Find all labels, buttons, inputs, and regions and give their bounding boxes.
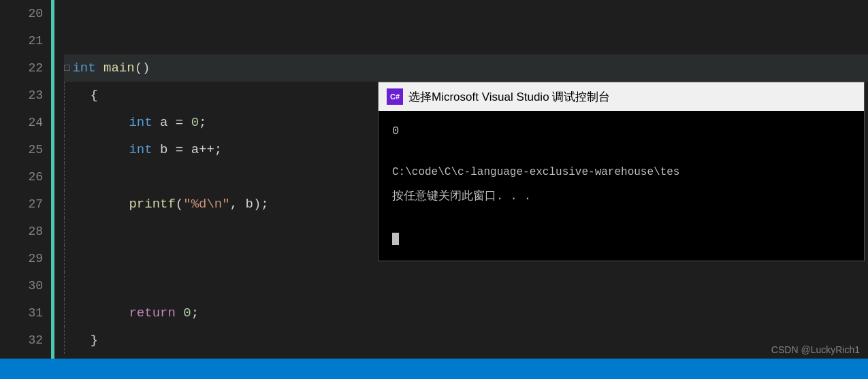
func-printf: printf xyxy=(129,191,175,218)
printf-format: "%d\n" xyxy=(183,191,229,218)
line-num-25: 25 xyxy=(0,136,43,163)
code-line-22: □ int main () xyxy=(64,54,868,82)
line-num-21: 21 xyxy=(0,27,43,54)
func-main: main xyxy=(103,54,135,82)
var-b-assign: b = a++; xyxy=(152,136,223,163)
semi-a: ; xyxy=(199,109,206,136)
space-main xyxy=(96,54,103,82)
path-text: C:\code\C\c-language-exclusive-warehouse… xyxy=(392,166,679,178)
line-num-30: 30 xyxy=(0,272,43,299)
space-return xyxy=(176,299,183,327)
output-path: C:\code\C\c-language-exclusive-warehouse… xyxy=(392,164,850,182)
popup-content: 0 C:\code\C\c-language-exclusive-warehou… xyxy=(379,111,864,261)
semi-return: ; xyxy=(191,299,199,327)
green-bar xyxy=(51,0,54,379)
indent-24 xyxy=(90,109,129,136)
code-line-30 xyxy=(64,272,868,299)
line-num-28: 28 xyxy=(0,218,43,245)
vs-icon: C# xyxy=(387,88,403,105)
terminal-cursor xyxy=(392,233,399,245)
line-num-23: 23 xyxy=(0,82,43,109)
parens-main: () xyxy=(135,54,150,82)
keyword-return: return xyxy=(129,299,175,327)
line-num-22: 22 xyxy=(0,54,43,82)
watermark-text: CSDN @LuckyRich1 xyxy=(771,344,860,355)
line-num-31: 31 xyxy=(0,299,43,327)
keyword-int-main: int xyxy=(72,54,95,82)
return-value: 0 xyxy=(183,299,191,327)
close-hint: 按任意键关闭此窗口. . . xyxy=(392,187,850,205)
indent-27 xyxy=(90,191,129,218)
printf-paren-open: ( xyxy=(176,191,183,218)
watermark: CSDN @LuckyRich1 xyxy=(771,344,860,355)
line-num-27: 27 xyxy=(0,191,43,218)
code-line-21 xyxy=(64,27,868,54)
indent-25 xyxy=(90,136,129,163)
brace-open: { xyxy=(90,82,97,109)
line-num-20: 20 xyxy=(0,0,43,27)
code-line-20 xyxy=(64,0,868,27)
output-value: 0 xyxy=(392,122,850,140)
indent-31 xyxy=(90,299,129,327)
line-num-32: 32 xyxy=(0,327,43,354)
collapse-icon[interactable]: □ xyxy=(64,54,69,82)
line-num-26: 26 xyxy=(0,163,43,191)
var-a-assign: a = xyxy=(152,109,191,136)
keyword-int-a: int xyxy=(129,109,152,136)
popup-window: C# 选择Microsoft Visual Studio 调试控制台 0 C:\… xyxy=(378,82,865,261)
vs-icon-text: C# xyxy=(390,93,400,101)
value-0-a: 0 xyxy=(191,109,199,136)
line-num-29: 29 xyxy=(0,245,43,272)
keyword-int-b: int xyxy=(129,136,152,163)
line-num-24: 24 xyxy=(0,109,43,136)
code-line-32: } xyxy=(64,327,868,354)
popup-title: 选择Microsoft Visual Studio 调试控制台 xyxy=(408,89,610,105)
popup-titlebar[interactable]: C# 选择Microsoft Visual Studio 调试控制台 xyxy=(379,82,864,111)
bottom-bar xyxy=(0,359,868,379)
line-numbers: 20 21 22 23 24 25 26 27 28 29 30 31 32 xyxy=(0,0,51,379)
editor-container: 20 21 22 23 24 25 26 27 28 29 30 31 32 □… xyxy=(0,0,868,379)
brace-close: } xyxy=(90,327,97,354)
code-line-31: return 0 ; xyxy=(64,299,868,327)
printf-args: , b); xyxy=(230,191,269,218)
